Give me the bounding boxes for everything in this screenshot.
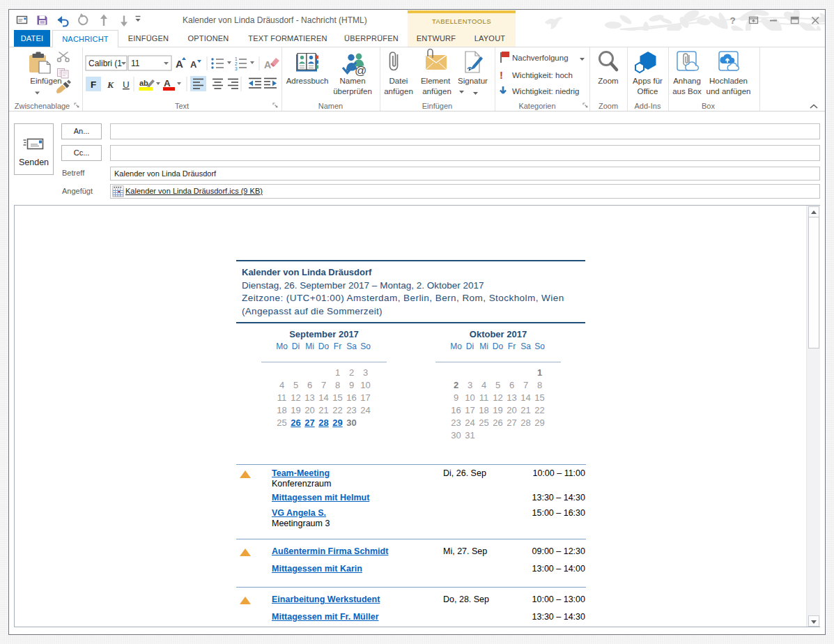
svg-text:K: K <box>107 79 114 90</box>
svg-text:A: A <box>164 78 171 89</box>
svg-text:2: 2 <box>235 61 238 66</box>
svg-text:A: A <box>264 59 271 70</box>
svg-text:U: U <box>123 79 130 90</box>
svg-text:3: 3 <box>235 66 238 71</box>
svg-text:Calibri (1: Calibri (1 <box>88 59 122 68</box>
svg-text:?: ? <box>730 15 736 26</box>
svg-text:11: 11 <box>131 59 140 68</box>
svg-text:A: A <box>190 59 197 70</box>
svg-text:@: @ <box>355 64 366 77</box>
svg-text:1: 1 <box>235 56 238 61</box>
svg-text:F: F <box>91 79 96 90</box>
svg-text:!: ! <box>500 69 503 81</box>
